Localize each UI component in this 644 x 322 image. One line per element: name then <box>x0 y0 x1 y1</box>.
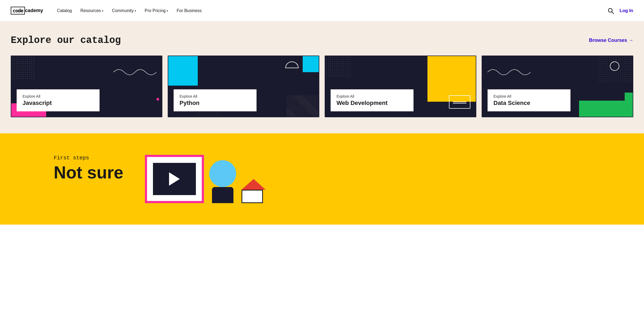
monitor-icon <box>449 95 470 109</box>
course-card-datascience[interactable]: Explore All Data Science <box>482 56 633 117</box>
dots-decoration <box>11 56 35 80</box>
nav-pro-pricing-label: Pro Pricing <box>145 8 166 13</box>
house-roof <box>241 179 266 190</box>
house-body <box>241 190 263 203</box>
first-steps-label: First steps <box>54 155 123 161</box>
cyan-block-tl <box>168 56 198 86</box>
circle-decoration <box>610 61 619 71</box>
explore-all-web: Explore All <box>336 94 408 98</box>
card-label-js: Explore All Javascript <box>17 89 100 111</box>
card-label-ds: Explore All Data Science <box>488 89 570 111</box>
nav-right: Log In <box>607 7 633 14</box>
login-button[interactable]: Log In <box>620 8 633 13</box>
yellow-text: First steps Not sure <box>54 155 123 182</box>
nav-community-label: Community <box>112 8 134 13</box>
logo[interactable]: codecademy <box>11 7 43 14</box>
explore-all-js: Explore All <box>23 94 94 98</box>
browse-courses-link[interactable]: Browse Courses → <box>589 38 633 43</box>
catalog-section: Explore our catalog Browse Courses → Exp… <box>0 21 644 133</box>
monitor-screen <box>153 163 196 195</box>
catalog-title: Explore our catalog <box>11 35 121 46</box>
nav-for-business[interactable]: For Business <box>173 6 205 15</box>
chevron-down-icon: ▾ <box>102 9 103 12</box>
catalog-header: Explore our catalog Browse Courses → <box>11 35 633 46</box>
subject-ds: Data Science <box>493 100 565 107</box>
person-body <box>212 187 233 203</box>
card-label-py: Explore All Python <box>174 89 257 111</box>
subject-py: Python <box>180 100 251 107</box>
explore-all-py: Explore All <box>180 94 251 98</box>
svg-line-1 <box>612 12 614 13</box>
nav-for-business-label: For Business <box>177 8 202 13</box>
wave-decoration <box>114 64 156 78</box>
logo-cademy: cademy <box>25 8 43 13</box>
not-sure-title: Not sure <box>54 164 123 182</box>
chevron-down-icon: ▾ <box>135 9 136 12</box>
navbar: codecademy Catalog Resources ▾ Community… <box>0 0 644 21</box>
subject-web: Web Development <box>336 100 408 107</box>
cyan-block-right <box>303 56 319 72</box>
search-icon <box>607 7 614 14</box>
green-block-br <box>579 101 633 117</box>
house-illustration <box>241 179 263 203</box>
chevron-down-icon: ▾ <box>167 9 168 12</box>
nav-links: Catalog Resources ▾ Community ▾ Pro Pric… <box>54 6 607 15</box>
pink-dot-decoration <box>156 98 159 101</box>
explore-all-ds: Explore All <box>493 94 565 98</box>
yellow-section: First steps Not sure <box>0 133 644 225</box>
course-card-javascript[interactable]: Explore All Javascript <box>11 56 162 117</box>
nav-catalog-label: Catalog <box>57 8 72 13</box>
logo-code: code <box>11 7 25 14</box>
search-button[interactable] <box>607 7 614 14</box>
nav-catalog[interactable]: Catalog <box>54 6 75 15</box>
monitor-illustration <box>145 155 204 203</box>
hatching-decoration <box>287 95 319 117</box>
card-label-web: Explore All Web Development <box>331 89 414 111</box>
cards-grid: Explore All Javascript Explore All Pytho… <box>11 56 633 117</box>
person-head <box>209 160 236 187</box>
course-card-python[interactable]: Explore All Python <box>168 56 319 117</box>
semicircle-decoration <box>285 61 299 68</box>
subject-js: Javascript <box>23 100 94 107</box>
yellow-block-tr <box>427 56 476 102</box>
nav-pro-pricing[interactable]: Pro Pricing ▾ <box>141 6 171 15</box>
monitor-lines <box>453 102 466 102</box>
yellow-illustrations <box>145 155 633 203</box>
wave-decoration-ds <box>488 64 530 78</box>
dots-decoration-web <box>325 56 352 78</box>
person-illustration <box>209 160 236 203</box>
nav-resources-label: Resources <box>80 8 101 13</box>
course-card-webdev[interactable]: Explore All Web Development <box>325 56 476 117</box>
green-small-block <box>625 93 633 101</box>
nav-resources[interactable]: Resources ▾ <box>77 6 107 15</box>
nav-community[interactable]: Community ▾ <box>109 6 139 15</box>
play-arrow-icon <box>169 172 180 186</box>
